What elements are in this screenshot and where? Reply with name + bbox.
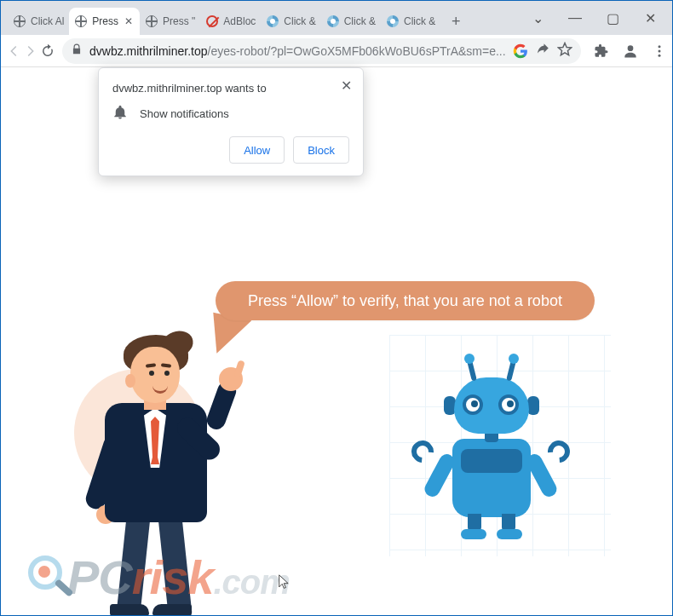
tab-3[interactable]: AdBloc bbox=[200, 8, 261, 35]
svg-point-0 bbox=[627, 45, 633, 51]
cursor-icon bbox=[279, 574, 290, 591]
window-controls: ⌄ — ▢ ✕ bbox=[519, 1, 672, 35]
tab-4[interactable]: Click & bbox=[261, 8, 320, 35]
permission-origin-text: dvwbz.mithrilminer.top wants to bbox=[112, 82, 349, 95]
magnifier-icon bbox=[25, 554, 72, 602]
browser-titlebar: Click Al Press ✕ Press " AdBloc Click & … bbox=[1, 1, 672, 35]
speech-text: Press “Allow” to verify, that you are no… bbox=[248, 292, 562, 310]
nav-forward-button[interactable] bbox=[23, 37, 38, 65]
window-minimize-button[interactable]: — bbox=[556, 5, 594, 31]
google-search-icon[interactable] bbox=[513, 43, 528, 59]
tab-title: AdBloc bbox=[223, 15, 256, 27]
tab-title: Click & bbox=[284, 15, 315, 27]
speech-bubble: Press “Allow” to verify, that you are no… bbox=[216, 281, 595, 320]
robot-illustration bbox=[406, 352, 577, 548]
tab-title: Click Al bbox=[31, 15, 64, 27]
window-maximize-button[interactable]: ▢ bbox=[594, 5, 631, 31]
menu-button[interactable] bbox=[646, 37, 673, 65]
kebab-icon bbox=[652, 43, 667, 59]
url-text: dvwbz.mithrilminer.top/eyes-robot/?pl=Ow… bbox=[89, 44, 506, 58]
notification-permission-dialog: ✕ dvwbz.mithrilminer.top wants to Show n… bbox=[98, 67, 364, 176]
chevron-down-icon: ⌄ bbox=[532, 10, 544, 26]
tab-title: Press bbox=[92, 15, 118, 27]
svg-point-3 bbox=[658, 54, 660, 56]
gear-icon bbox=[326, 14, 340, 28]
lock-icon bbox=[71, 43, 83, 58]
permission-capability-text: Show notifications bbox=[140, 107, 229, 120]
tab-strip: Click Al Press ✕ Press " AdBloc Click & … bbox=[1, 1, 519, 35]
bookmark-icon[interactable] bbox=[557, 42, 572, 60]
url-path: /eyes-robot/?pl=OwGoX5MFb06kWoBU6sPTrA&s… bbox=[208, 44, 506, 58]
svg-point-1 bbox=[658, 45, 660, 48]
window-dropdown-button[interactable]: ⌄ bbox=[519, 5, 556, 31]
window-close-button[interactable]: ✕ bbox=[631, 5, 669, 31]
nav-back-button[interactable] bbox=[6, 37, 21, 65]
tab-title: Click & bbox=[404, 15, 435, 27]
watermark-pc: PC bbox=[67, 550, 132, 604]
nosign-icon bbox=[205, 14, 219, 28]
reload-icon bbox=[40, 43, 55, 59]
tab-1-active[interactable]: Press ✕ bbox=[69, 8, 140, 35]
watermark-risk: risk bbox=[132, 550, 214, 604]
maximize-icon: ▢ bbox=[607, 10, 619, 26]
browser-toolbar: dvwbz.mithrilminer.top/eyes-robot/?pl=Ow… bbox=[1, 35, 672, 67]
url-domain: dvwbz.mithrilminer.top bbox=[89, 44, 208, 58]
globe-icon bbox=[145, 14, 158, 28]
extensions-button[interactable] bbox=[588, 37, 615, 65]
close-icon: ✕ bbox=[645, 10, 656, 26]
globe-icon bbox=[13, 14, 26, 28]
share-icon[interactable] bbox=[535, 42, 550, 60]
tab-0[interactable]: Click Al bbox=[8, 8, 69, 35]
bell-icon bbox=[112, 105, 128, 123]
arrow-right-icon bbox=[23, 43, 38, 59]
toolbar-actions bbox=[588, 37, 673, 65]
close-icon: ✕ bbox=[341, 78, 352, 94]
nav-reload-button[interactable] bbox=[40, 37, 55, 65]
new-tab-button[interactable]: + bbox=[444, 9, 468, 33]
arrow-left-icon bbox=[6, 43, 21, 59]
dialog-close-button[interactable]: ✕ bbox=[337, 77, 354, 94]
tab-5[interactable]: Click & bbox=[321, 8, 381, 35]
watermark-logo: PCrisk.com bbox=[25, 550, 290, 605]
plus-icon: + bbox=[452, 13, 461, 31]
gear-icon bbox=[266, 14, 279, 28]
profile-button[interactable] bbox=[617, 37, 644, 65]
allow-button[interactable]: Allow bbox=[229, 136, 285, 164]
tab-title: Click & bbox=[344, 15, 376, 27]
block-button[interactable]: Block bbox=[293, 136, 349, 164]
address-bar[interactable]: dvwbz.mithrilminer.top/eyes-robot/?pl=Ow… bbox=[62, 38, 581, 64]
avatar-icon bbox=[622, 43, 639, 60]
tab-6[interactable]: Click & bbox=[381, 8, 440, 35]
tab-title: Press " bbox=[163, 15, 195, 27]
puzzle-icon bbox=[594, 43, 609, 59]
minimize-icon: — bbox=[568, 10, 582, 26]
svg-point-2 bbox=[658, 49, 660, 52]
tab-2[interactable]: Press " bbox=[140, 8, 200, 35]
gear-icon bbox=[386, 14, 400, 28]
globe-icon bbox=[74, 14, 88, 28]
close-icon[interactable]: ✕ bbox=[123, 15, 135, 27]
